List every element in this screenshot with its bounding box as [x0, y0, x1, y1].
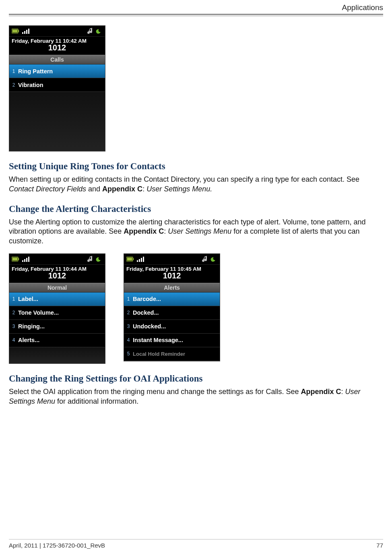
phone-menu-item-label: Barcode...	[133, 296, 161, 302]
text: :	[164, 227, 168, 235]
phone-statusbar	[9, 26, 105, 36]
music-note-icon	[202, 256, 208, 262]
text: for additional information.	[55, 397, 138, 405]
header-rule-thick	[9, 14, 383, 15]
phone-menu-item[interactable]: 1Label...	[9, 293, 105, 306]
text: :	[341, 388, 345, 396]
footer-page-number: 77	[376, 542, 383, 549]
phone-menu-item[interactable]: 2Tone Volume...	[9, 306, 105, 320]
svg-rect-4	[24, 31, 25, 34]
svg-rect-15	[133, 258, 134, 260]
heading-oai: Changing the Ring Settings for OAI Appli…	[9, 373, 383, 384]
phone-menu-item-label: Undocked...	[133, 323, 166, 330]
text-italic: Contact Directory Fields	[9, 185, 86, 193]
phone-screenshot-calls: Friday, February 11 10:42 AM1012Calls1Ri…	[9, 25, 105, 151]
phone-menu-item-label: Ring Pattern	[18, 68, 53, 75]
phone-extension: 1012	[12, 43, 103, 52]
text-bold: Appendix C	[301, 388, 341, 396]
phone-datetime-bar: Friday, February 11 10:45 AM1012	[124, 264, 220, 283]
phone-menu-item-number: 2	[9, 82, 18, 88]
paragraph-ring-tones: When setting up or editing contacts in t…	[9, 175, 383, 194]
phone-menu-list: 1Barcode...2Docked...3Undocked...4Instan…	[124, 293, 220, 361]
page-header-section: Applications	[9, 0, 383, 14]
svg-rect-6	[28, 29, 29, 34]
phone-menu-item[interactable]: 5Local Hold Reminder	[124, 347, 220, 361]
phone-menu-item-number: 1	[124, 296, 133, 302]
signal-icon	[137, 256, 144, 262]
phone-menu-list: 1Label...2Tone Volume...3Ringing...4Aler…	[9, 293, 105, 347]
footer-rule	[9, 539, 383, 539]
phone-menu-item[interactable]: 3Ringing...	[9, 320, 105, 334]
phone-menu-item-number: 5	[124, 351, 133, 357]
music-note-icon	[87, 28, 93, 34]
signal-icon	[22, 28, 29, 34]
svg-rect-20	[143, 257, 144, 262]
phone-screenshot-normal: Friday, February 11 10:44 AM1012Normal1L…	[9, 253, 105, 364]
text-bold: Appendix C	[124, 227, 164, 235]
paragraph-alerting: Use the Alerting option to customize the…	[9, 218, 383, 246]
phone-menu-item[interactable]: 1Ring Pattern	[9, 64, 105, 78]
phone-menu-item-label: Vibration	[18, 82, 43, 88]
svg-rect-11	[24, 259, 25, 262]
phone-menu-list: 1Ring Pattern2Vibration	[9, 64, 105, 92]
phone-menu-item[interactable]: 2Vibration	[9, 78, 105, 92]
phone-menu-item[interactable]: 4Instant Message...	[124, 334, 220, 347]
svg-rect-18	[139, 259, 140, 262]
phone-menu-item[interactable]: 3Undocked...	[124, 320, 220, 334]
header-rule-thin	[9, 16, 383, 17]
battery-icon	[126, 257, 134, 261]
svg-rect-12	[26, 258, 27, 262]
phone-menu-item-number: 3	[124, 324, 133, 329]
phone-menu-item-number: 2	[124, 310, 133, 315]
phone-menu-item-label: Tone Volume...	[18, 309, 59, 316]
svg-rect-3	[22, 32, 23, 34]
phone-section-header: Normal	[9, 283, 105, 293]
text-bold: Appendix C	[102, 185, 142, 193]
phone-handset-icon	[210, 256, 217, 262]
phone-section-header: Calls	[9, 55, 105, 64]
battery-icon	[12, 29, 20, 33]
svg-rect-5	[26, 30, 27, 34]
svg-rect-16	[127, 257, 132, 260]
phone-menu-item-label: Ringing...	[18, 323, 45, 330]
phone-datetime-bar: Friday, February 11 10:42 AM1012	[9, 36, 105, 55]
phone-screenshot-alerts: Friday, February 11 10:45 AM1012Alerts1B…	[124, 253, 220, 361]
phone-menu-item[interactable]: 1Barcode...	[124, 293, 220, 306]
phone-menu-item-label: Local Hold Reminder	[133, 351, 185, 357]
heading-ring-tones: Setting Unique Ring Tones for Contacts	[9, 161, 383, 172]
page-footer: April, 2011 | 1725-36720-001_RevB 77	[9, 539, 383, 549]
phone-empty-area	[9, 347, 105, 363]
paragraph-oai: Select the OAI application from the ring…	[9, 387, 383, 407]
phone-menu-item[interactable]: 4Alerts...	[9, 334, 105, 347]
phone-statusbar	[9, 254, 105, 264]
phone-menu-item-number: 2	[9, 310, 18, 315]
svg-rect-19	[141, 258, 142, 262]
phone-datetime-bar: Friday, February 11 10:44 AM1012	[9, 264, 105, 283]
text: and	[86, 185, 102, 193]
signal-icon	[22, 256, 29, 262]
phone-menu-item-label: Docked...	[133, 309, 159, 316]
music-note-icon	[87, 256, 93, 262]
text-italic: User Settings Menu	[168, 227, 231, 235]
phone-handset-icon	[95, 28, 103, 34]
phone-menu-item-number: 4	[124, 337, 133, 343]
text: When setting up or editing contacts in t…	[9, 175, 359, 183]
phone-handset-icon	[95, 256, 103, 262]
phone-menu-item[interactable]: 2Docked...	[124, 306, 220, 320]
phone-menu-item-number: 4	[9, 337, 18, 343]
phone-menu-item-label: Alerts...	[18, 337, 39, 343]
phone-menu-item-label: Instant Message...	[133, 337, 183, 343]
phone-section-header: Alerts	[124, 283, 220, 293]
text: Select the OAI application from the ring…	[9, 388, 301, 396]
svg-rect-13	[28, 257, 29, 262]
phone-menu-item-number: 3	[9, 324, 18, 329]
svg-rect-1	[18, 30, 19, 32]
svg-rect-17	[137, 260, 138, 262]
phone-menu-item-number: 1	[9, 68, 18, 74]
heading-alerting: Change the Alerting Characteristics	[9, 204, 383, 214]
text: :	[142, 185, 146, 193]
svg-rect-10	[22, 260, 23, 262]
phone-extension: 1012	[126, 271, 217, 280]
battery-icon	[12, 257, 20, 261]
svg-rect-2	[12, 30, 18, 33]
